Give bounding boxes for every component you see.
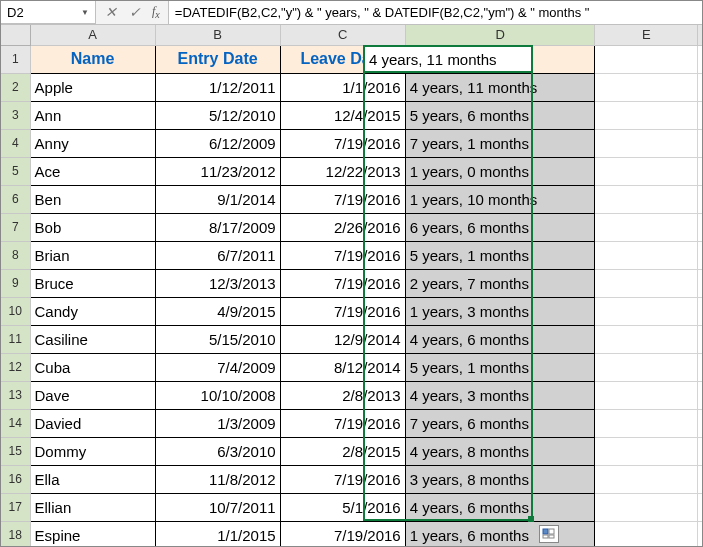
- cell[interactable]: Ann: [30, 101, 155, 129]
- cell[interactable]: 12/9/2014: [280, 325, 405, 353]
- row-header[interactable]: 4: [1, 129, 30, 157]
- cell[interactable]: Apple: [30, 73, 155, 101]
- cell[interactable]: 7/19/2016: [280, 269, 405, 297]
- cell[interactable]: 3 years, 8 months: [405, 465, 595, 493]
- cell[interactable]: [698, 269, 702, 297]
- cell[interactable]: 9/1/2014: [155, 185, 280, 213]
- cell[interactable]: 2/8/2013: [280, 381, 405, 409]
- cell[interactable]: 7 years, 6 months: [405, 409, 595, 437]
- cell[interactable]: [595, 437, 698, 465]
- col-header-A[interactable]: A: [30, 25, 155, 45]
- cell[interactable]: 5 years, 6 months: [405, 101, 595, 129]
- cell[interactable]: [595, 185, 698, 213]
- col-header-F[interactable]: F: [698, 25, 702, 45]
- row-header[interactable]: 13: [1, 381, 30, 409]
- cell[interactable]: Ben: [30, 185, 155, 213]
- cell[interactable]: 10/10/2008: [155, 381, 280, 409]
- cell[interactable]: 4/9/2015: [155, 297, 280, 325]
- cell[interactable]: 7/19/2016: [280, 241, 405, 269]
- cell[interactable]: [595, 269, 698, 297]
- confirm-icon[interactable]: ✓: [128, 6, 142, 20]
- cell[interactable]: Bruce: [30, 269, 155, 297]
- cell[interactable]: [698, 353, 702, 381]
- cell[interactable]: 7/19/2016: [280, 409, 405, 437]
- cell[interactable]: 7/4/2009: [155, 353, 280, 381]
- cell[interactable]: 4 years, 11 months: [405, 73, 595, 101]
- cell[interactable]: 6 years, 6 months: [405, 213, 595, 241]
- col-header-E[interactable]: E: [595, 25, 698, 45]
- cell[interactable]: [595, 493, 698, 521]
- cell[interactable]: Ella: [30, 465, 155, 493]
- cell[interactable]: Entry Date: [155, 45, 280, 73]
- cell[interactable]: 1 years, 6 months: [405, 521, 595, 546]
- cell[interactable]: [595, 409, 698, 437]
- cell[interactable]: Ellian: [30, 493, 155, 521]
- row-header[interactable]: 16: [1, 465, 30, 493]
- cell[interactable]: [698, 185, 702, 213]
- cell[interactable]: [595, 129, 698, 157]
- col-header-C[interactable]: C: [280, 25, 405, 45]
- cell[interactable]: Davied: [30, 409, 155, 437]
- cell[interactable]: Bob: [30, 213, 155, 241]
- cell[interactable]: 2/8/2015: [280, 437, 405, 465]
- cell[interactable]: [698, 325, 702, 353]
- cell[interactable]: Cuba: [30, 353, 155, 381]
- row-header[interactable]: 8: [1, 241, 30, 269]
- cell[interactable]: 11/8/2012: [155, 465, 280, 493]
- cell[interactable]: 6/12/2009: [155, 129, 280, 157]
- cell[interactable]: Anny: [30, 129, 155, 157]
- row-header[interactable]: 12: [1, 353, 30, 381]
- cell[interactable]: 1/12/2011: [155, 73, 280, 101]
- cell[interactable]: Casiline: [30, 325, 155, 353]
- cell[interactable]: [698, 493, 702, 521]
- cell[interactable]: [698, 45, 702, 73]
- cell[interactable]: [595, 73, 698, 101]
- cell[interactable]: 5/1/2016: [280, 493, 405, 521]
- cell[interactable]: 6/7/2011: [155, 241, 280, 269]
- cell[interactable]: [595, 213, 698, 241]
- cell[interactable]: 5/15/2010: [155, 325, 280, 353]
- cell[interactable]: 7 years, 1 months: [405, 129, 595, 157]
- cell[interactable]: [698, 381, 702, 409]
- cell[interactable]: [698, 297, 702, 325]
- cell[interactable]: Dave: [30, 381, 155, 409]
- cell[interactable]: [698, 241, 702, 269]
- cell[interactable]: 7/19/2016: [280, 521, 405, 546]
- cell[interactable]: 12/22/2013: [280, 157, 405, 185]
- cell[interactable]: 4 years, 8 months: [405, 437, 595, 465]
- cell[interactable]: [698, 409, 702, 437]
- cell[interactable]: 7/19/2016: [280, 297, 405, 325]
- cell[interactable]: 1/1/2016: [280, 73, 405, 101]
- col-header-B[interactable]: B: [155, 25, 280, 45]
- cell[interactable]: 1 years, 0 months: [405, 157, 595, 185]
- cell[interactable]: [698, 101, 702, 129]
- cell[interactable]: Ace: [30, 157, 155, 185]
- cell[interactable]: [595, 241, 698, 269]
- cell[interactable]: 2/26/2016: [280, 213, 405, 241]
- row-header[interactable]: 7: [1, 213, 30, 241]
- fx-icon[interactable]: fx: [152, 4, 160, 20]
- select-all-corner[interactable]: [1, 25, 30, 45]
- cell[interactable]: [698, 157, 702, 185]
- formula-input[interactable]: =DATEDIF(B2,C2,"y") & " years, " & DATED…: [169, 1, 702, 24]
- cell[interactable]: 10/7/2011: [155, 493, 280, 521]
- cell[interactable]: [595, 353, 698, 381]
- cell[interactable]: 7/19/2016: [280, 465, 405, 493]
- cell[interactable]: [595, 465, 698, 493]
- cell[interactable]: [595, 381, 698, 409]
- row-header[interactable]: 11: [1, 325, 30, 353]
- row-header[interactable]: 18: [1, 521, 30, 546]
- cell[interactable]: Brian: [30, 241, 155, 269]
- row-header[interactable]: 2: [1, 73, 30, 101]
- cancel-icon[interactable]: ✕: [104, 6, 118, 20]
- cell[interactable]: Name: [30, 45, 155, 73]
- cell[interactable]: [595, 157, 698, 185]
- autofill-options-button[interactable]: [539, 525, 559, 543]
- name-box[interactable]: D2 ▼: [1, 1, 96, 24]
- cell[interactable]: 2 years, 7 months: [405, 269, 595, 297]
- cell[interactable]: 4 years, 6 months: [405, 493, 595, 521]
- cell[interactable]: 8/12/2014: [280, 353, 405, 381]
- cell[interactable]: 5 years, 1 months: [405, 353, 595, 381]
- cell[interactable]: [595, 521, 698, 546]
- row-header[interactable]: 6: [1, 185, 30, 213]
